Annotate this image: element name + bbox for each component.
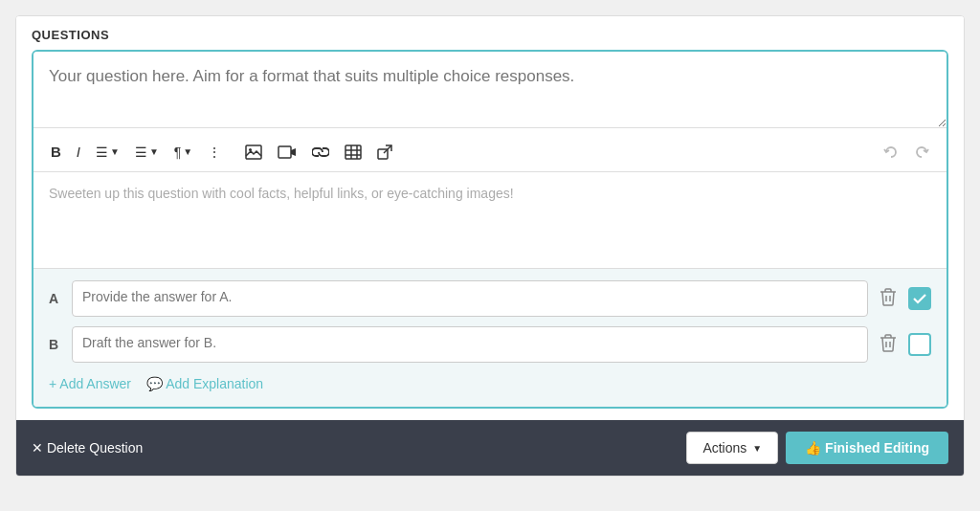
link-icon [312,146,329,158]
undo-button[interactable] [878,141,904,164]
image-button[interactable] [239,141,268,164]
image-icon [245,144,262,160]
svg-rect-4 [345,145,361,159]
answer-label-b: B [49,337,64,352]
delete-answer-a-button[interactable] [876,285,901,313]
bottom-bar: ✕ Delete Question Actions ▼ 👍 Finished E… [16,420,964,476]
paragraph-button[interactable]: ¶ ▼ [168,141,198,164]
video-icon [278,144,297,160]
correct-checkbox-a[interactable] [908,287,931,310]
table-button[interactable] [339,141,368,164]
trash-icon-a [880,287,897,306]
finished-editing-button[interactable]: 👍 Finished Editing [786,432,948,464]
redo-icon [914,144,929,160]
editor-toolbar: B I ☰ ▼ ☰ ▼ ¶ ▼ ⋮ [33,132,947,172]
video-button[interactable] [272,141,302,164]
bottom-right: Actions ▼ 👍 Finished Editing [686,432,948,464]
delete-answer-b-button[interactable] [876,331,901,359]
redo-button[interactable] [908,141,935,164]
editor-content-area[interactable]: Sweeten up this question with cool facts… [33,172,947,268]
actions-button[interactable]: Actions ▼ [686,432,778,464]
page-container: QUESTIONS B I ☰ ▼ ☰ ▼ ¶ ▼ ⋮ [15,15,965,477]
table-icon [345,144,362,160]
page-header: QUESTIONS [16,16,964,50]
add-explanation-button[interactable]: 💬 Add Explanation [146,376,263,391]
bold-button[interactable]: B [45,140,67,164]
editor-placeholder: Sweeten up this question with cool facts… [49,186,931,201]
answer-row-b: B [49,326,931,363]
answers-section: A [33,268,947,407]
checkmark-icon-a [913,293,926,304]
answer-row-a: A [49,280,931,317]
answer-actions-b [876,331,931,359]
external-link-icon [377,144,392,160]
toolbar-divider-1 [233,143,234,162]
italic-button[interactable]: I [71,140,86,164]
question-editor: B I ☰ ▼ ☰ ▼ ¶ ▼ ⋮ [32,50,948,409]
page-title: QUESTIONS [32,28,948,42]
unordered-list-button[interactable]: ☰ ▼ [129,141,165,164]
toolbar-undo-redo [878,141,935,164]
actions-chevron-icon: ▼ [752,443,762,454]
answer-label-a: A [49,291,64,306]
answer-actions-a [876,285,931,313]
answer-input-a[interactable] [72,280,868,317]
delete-question-button[interactable]: ✕ Delete Question [32,440,143,455]
trash-icon-b [880,333,897,352]
svg-rect-0 [246,145,261,159]
more-options-button[interactable]: ⋮ [202,141,227,164]
actions-label: Actions [702,440,746,455]
link-button[interactable] [306,143,335,162]
ordered-list-button[interactable]: ☰ ▼ [90,141,125,164]
question-textarea[interactable] [33,52,947,128]
answer-input-b[interactable] [72,326,868,363]
svg-rect-2 [278,146,291,158]
add-answer-button[interactable]: + Add Answer [49,376,131,391]
add-links: + Add Answer 💬 Add Explanation [49,372,931,395]
external-link-button[interactable] [371,141,398,164]
correct-checkbox-b[interactable] [908,333,931,356]
undo-icon [883,144,899,160]
